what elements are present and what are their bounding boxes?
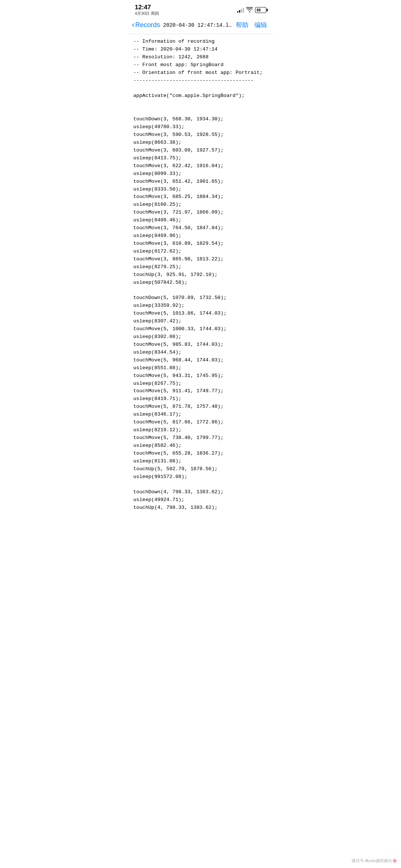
battery-level: 89 bbox=[257, 8, 261, 12]
nav-actions: 帮助 编辑 bbox=[236, 21, 267, 29]
code-line: touchMove(3, 764.50, 1847.84); bbox=[133, 224, 268, 232]
code-line: usleep(8419.71); bbox=[133, 395, 268, 403]
signal-icon bbox=[237, 7, 244, 13]
code-line: touchMove(5, 911.41, 1749.77); bbox=[133, 387, 268, 395]
code-line: ---------------------------------------- bbox=[133, 77, 268, 85]
code-line bbox=[133, 100, 268, 108]
code-line: usleep(8160.25); bbox=[133, 201, 268, 209]
edit-button[interactable]: 编辑 bbox=[254, 21, 267, 29]
code-line: touchMove(5, 968.44, 1744.03); bbox=[133, 357, 268, 364]
code-line bbox=[133, 287, 268, 295]
code-line: touchMove(5, 985.83, 1744.03); bbox=[133, 341, 268, 349]
code-line: usleep(8302.08); bbox=[133, 333, 268, 341]
status-time: 12:47 4月30日 周四 bbox=[135, 4, 159, 16]
code-line: usleep(8333.50); bbox=[133, 186, 268, 194]
wifi-icon bbox=[246, 7, 253, 13]
code-line: -- Information of recording bbox=[133, 38, 268, 46]
code-line: -- Orientation of front most app: Portra… bbox=[133, 69, 268, 77]
code-line: touchMove(3, 622.42, 1916.04); bbox=[133, 162, 268, 170]
code-line: usleep(8346.17); bbox=[133, 411, 268, 419]
clock: 12:47 bbox=[135, 4, 159, 11]
code-line: touchUp(5, 582.79, 1878.56); bbox=[133, 465, 268, 473]
code-line: touchMove(5, 1000.33, 1744.03); bbox=[133, 325, 268, 333]
code-line: touchDown(5, 1070.89, 1732.50); bbox=[133, 294, 268, 302]
code-line: usleep(507842.58); bbox=[133, 279, 268, 287]
date: 4月30日 周四 bbox=[135, 11, 159, 16]
code-line: appActivate("com.apple.SpringBoard"); bbox=[133, 92, 268, 100]
code-line: touchMove(5, 1013.86, 1744.03); bbox=[133, 310, 268, 318]
back-button[interactable]: ‹ Records bbox=[132, 21, 160, 29]
code-line: touchUp(3, 925.91, 1792.10); bbox=[133, 271, 268, 279]
battery-icon: 89 bbox=[255, 7, 266, 13]
code-line: touchMove(5, 871.78, 1757.48); bbox=[133, 403, 268, 411]
code-line: usleep(8663.38); bbox=[133, 139, 268, 147]
help-button[interactable]: 帮助 bbox=[236, 21, 248, 29]
code-line: touchMove(3, 590.53, 1928.55); bbox=[133, 131, 268, 139]
code-line: touchMove(3, 603.09, 1927.57); bbox=[133, 147, 268, 155]
code-line: usleep(8099.33); bbox=[133, 170, 268, 178]
code-line: usleep(991572.08); bbox=[133, 473, 268, 481]
code-line: usleep(8131.08); bbox=[133, 458, 268, 465]
code-editor: -- Information of recording-- Time: 2020… bbox=[128, 34, 273, 516]
back-chevron-icon: ‹ bbox=[132, 21, 134, 29]
code-line: touchMove(3, 721.97, 1866.09); bbox=[133, 209, 268, 217]
code-line: touchMove(5, 738.40, 1799.77); bbox=[133, 434, 268, 442]
code-line: usleep(8307.42); bbox=[133, 318, 268, 325]
code-line: touchMove(5, 817.66, 1772.86); bbox=[133, 419, 268, 426]
code-line: usleep(8409.46); bbox=[133, 217, 268, 224]
code-line: touchMove(3, 810.89, 1829.54); bbox=[133, 240, 268, 248]
status-icons: 89 bbox=[237, 7, 266, 13]
code-line: touchDown(4, 798.33, 1383.62); bbox=[133, 488, 268, 496]
code-line: usleep(8413.75); bbox=[133, 155, 268, 162]
code-line bbox=[133, 108, 268, 116]
code-line: touchMove(3, 685.25, 1884.34); bbox=[133, 193, 268, 201]
code-line: usleep(33359.92); bbox=[133, 302, 268, 310]
code-line: usleep(8172.62); bbox=[133, 248, 268, 256]
code-line: usleep(8279.25); bbox=[133, 263, 268, 271]
code-line: touchMove(5, 943.31, 1745.95); bbox=[133, 372, 268, 380]
code-line bbox=[133, 481, 268, 489]
nav-bar: ‹ Records 2020-04-30 12:47:14.lua 帮助 编辑 bbox=[128, 18, 273, 34]
code-line: usleep(8267.75); bbox=[133, 380, 268, 388]
code-line: -- Time: 2020-04-30 12:47:14 bbox=[133, 46, 268, 53]
code-line: usleep(8469.96); bbox=[133, 232, 268, 240]
code-line: usleep(49924.71); bbox=[133, 496, 268, 504]
code-line: touchMove(5, 655.28, 1836.27); bbox=[133, 450, 268, 458]
code-line: -- Resolution: 1242, 2688 bbox=[133, 53, 268, 61]
back-label: Records bbox=[135, 21, 160, 29]
code-line: usleep(8551.88); bbox=[133, 364, 268, 372]
code-line: -- Front most app: SpringBoard bbox=[133, 61, 268, 69]
code-line: usleep(8582.46); bbox=[133, 442, 268, 450]
status-bar: 12:47 4月30日 周四 89 bbox=[128, 0, 273, 18]
code-line: touchMove(3, 865.98, 1813.22); bbox=[133, 256, 268, 263]
code-line bbox=[133, 85, 268, 92]
code-line: touchUp(4, 798.33, 1383.62); bbox=[133, 504, 268, 512]
code-line: touchDown(3, 568.30, 1934.30); bbox=[133, 116, 268, 123]
code-line: usleep(8219.12); bbox=[133, 426, 268, 434]
code-line: usleep(49780.33); bbox=[133, 123, 268, 131]
code-line: usleep(8344.54); bbox=[133, 349, 268, 357]
code-line: touchMove(3, 651.42, 1901.65); bbox=[133, 178, 268, 186]
nav-title: 2020-04-30 12:47:14.lua bbox=[163, 22, 234, 28]
